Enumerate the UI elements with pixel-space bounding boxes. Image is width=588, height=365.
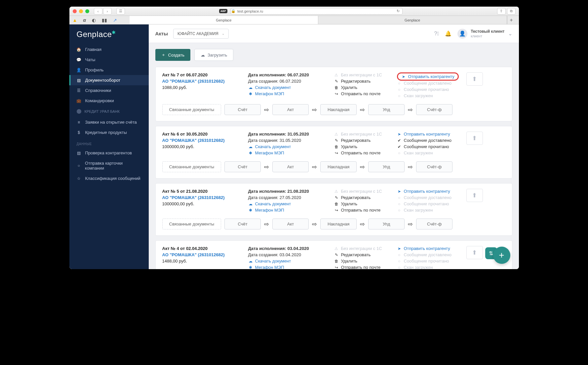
flow-upd[interactable]: Упд	[368, 161, 405, 172]
delete-link[interactable]: 🗑Удалить	[334, 201, 394, 206]
user-icon: 👤	[77, 68, 81, 72]
related-docs-pill[interactable]: Связанные документы	[162, 104, 221, 115]
act-sum: 1000000,00 руб.	[162, 201, 245, 206]
circle-icon: ○	[397, 253, 402, 257]
send-counterparty-link[interactable]: ➤Отправить контрагенту	[397, 132, 463, 137]
browser-tab[interactable]: Genplace	[318, 16, 507, 24]
bookmark-icon[interactable]: ▲	[73, 18, 77, 23]
maximize-icon[interactable]	[85, 9, 89, 13]
bookmark-icon[interactable]: ◐	[92, 18, 96, 23]
status-scan: ○Скан загружен	[397, 208, 463, 213]
download-doc-link[interactable]: ☁Скачать документ	[248, 259, 331, 264]
arrow-icon: ⇨	[264, 221, 269, 228]
edit-link[interactable]: ✎Редактировать	[334, 138, 394, 143]
related-docs-pill[interactable]: Связанные документы	[162, 219, 221, 229]
send-mail-link[interactable]: ↪Отправить по почте	[334, 265, 394, 269]
org-selector[interactable]: ЮФАЙТС АКАДЕМИЯ ⌄	[173, 29, 229, 39]
flow-waybill[interactable]: Накладная	[320, 104, 357, 115]
megafon-link[interactable]: ✱Мегафон МЭП	[248, 208, 331, 213]
logo[interactable]: Genplace✱	[69, 24, 149, 44]
send-mail-link[interactable]: ↪Отправить по почте	[334, 150, 394, 155]
status-delivered: ✔Сообщение доставлено	[397, 138, 463, 143]
user-menu[interactable]: 👤 Тестовый клиент клиент ⌄	[457, 29, 512, 39]
flow-act[interactable]: Акт	[272, 219, 309, 229]
upload-scan-box[interactable]: ⬆	[466, 189, 483, 202]
flow-invoice[interactable]: Счёт	[224, 104, 261, 115]
circle-icon: ○	[397, 81, 402, 86]
refresh-icon[interactable]: ↻	[397, 9, 400, 13]
sidebar-item-credit[interactable]: $Кредитные продукты	[69, 127, 149, 138]
edit-link[interactable]: ✎Редактировать	[334, 195, 394, 200]
download-doc-link[interactable]: ☁Скачать документ	[248, 201, 331, 206]
flow-sf[interactable]: Счёт-ф	[416, 104, 452, 115]
delete-link[interactable]: 🗑Удалить	[334, 85, 394, 90]
delete-link[interactable]: 🗑Удалить	[334, 259, 394, 264]
bookmark-icon[interactable]: ↗	[113, 18, 117, 23]
sidebar-item-profile[interactable]: 👤Профиль	[69, 65, 149, 75]
upload-scan-box[interactable]: ⬆	[466, 72, 483, 86]
sidebar-item-home[interactable]: 🏠Главная	[69, 44, 149, 55]
company-link[interactable]: АО "РОМАШКА" (2631012682)	[162, 195, 245, 200]
megafon-link[interactable]: ✱Мегафон МЭП	[248, 150, 331, 155]
sidebar-item-trips[interactable]: 💼Командировки	[69, 96, 149, 106]
edit-link[interactable]: ✎Редактировать	[334, 252, 394, 257]
act-sum: 1488,00 руб.	[162, 259, 245, 264]
send-mail-link[interactable]: ↪Отправить по почте	[334, 208, 394, 213]
show-sidebar-button[interactable]: ☰	[116, 8, 125, 15]
related-docs-pill[interactable]: Связанные документы	[162, 161, 221, 172]
upload-scan-box[interactable]: ⬆	[466, 246, 483, 259]
flow-upd[interactable]: Упд	[368, 104, 405, 115]
flow-act[interactable]: Акт	[272, 161, 309, 172]
adblock-icon[interactable]: ABP	[219, 9, 227, 13]
company-link[interactable]: АО "РОМАШКА" (2631012682)	[162, 79, 245, 84]
main-area: Акты ЮФАЙТС АКАДЕМИЯ ⌄ ?⃝ 🔔 👤 Тестовый к…	[149, 24, 519, 269]
sidebar-item-accounts[interactable]: ≡Заявки на открытие счёта	[69, 117, 149, 127]
flow-act[interactable]: Акт	[272, 104, 309, 115]
flow-waybill[interactable]: Накладная	[320, 161, 357, 172]
flow-sf[interactable]: Счёт-ф	[416, 219, 452, 229]
download-doc-link[interactable]: ☁Скачать документ	[248, 144, 331, 149]
flow-invoice[interactable]: Счёт	[224, 219, 261, 229]
flow-invoice[interactable]: Счёт	[224, 161, 261, 172]
flow-waybill[interactable]: Накладная	[320, 219, 357, 229]
sidebar-item-sendcard[interactable]: ○Отправка карточки компании	[69, 158, 149, 173]
circle-icon: ○	[397, 265, 402, 269]
send-counterparty-link[interactable]: ➤Отправить контрагенту	[397, 189, 463, 194]
upload-scan-box[interactable]: ⬆	[466, 132, 483, 145]
edit-link[interactable]: ✎Редактировать	[334, 79, 394, 84]
send-mail-link[interactable]: ↪Отправить по почте	[334, 91, 394, 96]
new-tab-button[interactable]: +	[507, 16, 516, 24]
user-name: Тестовый клиент	[471, 29, 504, 34]
company-link[interactable]: АО "РОМАШКА" (2631012682)	[162, 252, 245, 257]
bookmark-icon[interactable]: α	[83, 18, 86, 23]
create-button[interactable]: ＋Создать	[155, 49, 190, 61]
sidebar-item-chats[interactable]: 💬Чаты	[69, 55, 149, 65]
sidebar-item-refs[interactable]: ☰Справочники	[69, 85, 149, 96]
browser-tab[interactable]: Genplace	[130, 16, 318, 24]
arrow-icon: ⇨	[312, 106, 317, 113]
share-button[interactable]: ⇧	[497, 8, 506, 15]
bell-icon[interactable]: 🔔	[445, 30, 451, 37]
megafon-link[interactable]: ✱Мегафон МЭП	[248, 91, 331, 96]
flow-upd[interactable]: Упд	[368, 219, 405, 229]
company-link[interactable]: АО "РОМАШКА" (2631012682)	[162, 138, 245, 143]
address-bar[interactable]: 🔒 test.genplace.ru ↻	[231, 8, 403, 15]
send-counterparty-link[interactable]: ➤Отправить контрагенту	[397, 246, 463, 251]
upload-button[interactable]: ☁Загрузить	[194, 49, 233, 61]
sidebar-item-docs[interactable]: ▤Документооборот	[69, 75, 149, 85]
close-icon[interactable]	[73, 9, 77, 13]
megafon-link[interactable]: ✱Мегафон МЭП	[248, 265, 331, 269]
forward-button[interactable]: ›	[103, 8, 112, 15]
back-button[interactable]: ‹	[94, 8, 102, 15]
bookmark-icon[interactable]: ▮▮	[102, 18, 107, 23]
help-icon[interactable]: ?⃝	[434, 31, 439, 37]
fab-add-button[interactable]: +	[493, 247, 510, 264]
minimize-icon[interactable]	[79, 9, 83, 13]
sidebar-item-check[interactable]: ▤Проверка контрагентов	[69, 148, 149, 158]
delete-link[interactable]: 🗑Удалить	[334, 144, 394, 149]
send-counterparty-highlight[interactable]: ➤Отправить контрагенту	[397, 72, 459, 81]
flow-sf[interactable]: Счёт-ф	[416, 161, 452, 172]
download-doc-link[interactable]: ☁Скачать документ	[248, 85, 331, 90]
sidebar-item-classify[interactable]: ☆Классификация сообщений	[69, 173, 149, 183]
tabs-button[interactable]: ⧉	[507, 8, 516, 15]
